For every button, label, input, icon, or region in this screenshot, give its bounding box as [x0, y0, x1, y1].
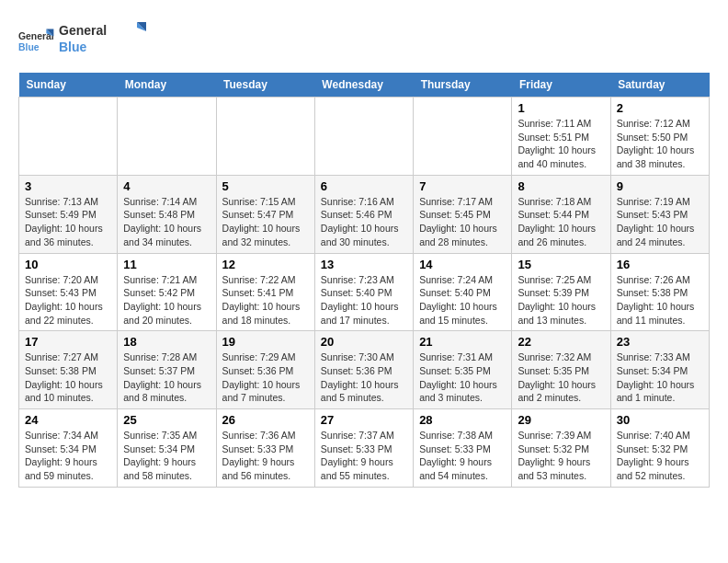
day-info: Sunrise: 7:12 AM Sunset: 5:50 PM Dayligh…	[617, 117, 703, 171]
day-number: 13	[321, 258, 407, 271]
calendar-cell: 21Sunrise: 7:31 AM Sunset: 5:35 PM Dayli…	[414, 331, 512, 409]
calendar-cell: 30Sunrise: 7:40 AM Sunset: 5:32 PM Dayli…	[610, 409, 709, 488]
day-info: Sunrise: 7:17 AM Sunset: 5:45 PM Dayligh…	[419, 195, 506, 249]
day-number: 16	[617, 258, 703, 271]
calendar-cell: 20Sunrise: 7:30 AM Sunset: 5:36 PM Dayli…	[314, 331, 413, 409]
svg-text:General: General	[59, 23, 107, 38]
day-info: Sunrise: 7:21 AM Sunset: 5:42 PM Dayligh…	[123, 273, 210, 327]
calendar-cell: 9Sunrise: 7:19 AM Sunset: 5:43 PM Daylig…	[610, 175, 709, 253]
day-info: Sunrise: 7:37 AM Sunset: 5:33 PM Dayligh…	[321, 429, 407, 483]
day-info: Sunrise: 7:31 AM Sunset: 5:35 PM Dayligh…	[419, 350, 506, 405]
col-header-thursday: Thursday	[414, 73, 512, 98]
calendar-cell: 23Sunrise: 7:33 AM Sunset: 5:34 PM Dayli…	[610, 331, 709, 409]
day-number: 11	[123, 258, 210, 271]
day-number: 22	[518, 335, 604, 349]
day-info: Sunrise: 7:36 AM Sunset: 5:33 PM Dayligh…	[222, 429, 309, 483]
day-info: Sunrise: 7:22 AM Sunset: 5:41 PM Dayligh…	[222, 273, 309, 327]
svg-text:Blue: Blue	[59, 40, 87, 54]
day-number: 5	[222, 179, 309, 193]
calendar-cell: 2Sunrise: 7:12 AM Sunset: 5:50 PM Daylig…	[610, 98, 709, 176]
day-number: 24	[25, 413, 111, 427]
day-info: Sunrise: 7:40 AM Sunset: 5:32 PM Dayligh…	[617, 429, 703, 483]
day-number: 30	[617, 413, 703, 427]
day-info: Sunrise: 7:33 AM Sunset: 5:34 PM Dayligh…	[617, 350, 703, 405]
logo: General Blue General Blue	[18, 18, 151, 63]
day-number: 8	[518, 179, 604, 193]
day-number: 23	[617, 335, 703, 349]
day-info: Sunrise: 7:34 AM Sunset: 5:34 PM Dayligh…	[25, 429, 111, 483]
calendar-cell: 19Sunrise: 7:29 AM Sunset: 5:36 PM Dayli…	[216, 331, 314, 409]
calendar-cell: 11Sunrise: 7:21 AM Sunset: 5:42 PM Dayli…	[118, 253, 216, 331]
calendar-cell: 17Sunrise: 7:27 AM Sunset: 5:38 PM Dayli…	[19, 331, 118, 409]
day-info: Sunrise: 7:28 AM Sunset: 5:37 PM Dayligh…	[123, 350, 210, 405]
day-info: Sunrise: 7:23 AM Sunset: 5:40 PM Dayligh…	[321, 273, 407, 327]
calendar-week-row: 24Sunrise: 7:34 AM Sunset: 5:34 PM Dayli…	[19, 409, 710, 488]
calendar-cell: 8Sunrise: 7:18 AM Sunset: 5:44 PM Daylig…	[512, 175, 610, 253]
day-info: Sunrise: 7:29 AM Sunset: 5:36 PM Dayligh…	[222, 350, 309, 405]
col-header-saturday: Saturday	[610, 73, 709, 98]
day-number: 25	[123, 413, 210, 427]
calendar-cell	[414, 98, 512, 176]
day-number: 20	[321, 335, 407, 349]
day-number: 1	[518, 101, 604, 115]
day-number: 19	[222, 335, 309, 349]
calendar-week-row: 3Sunrise: 7:13 AM Sunset: 5:49 PM Daylig…	[19, 175, 710, 253]
day-info: Sunrise: 7:13 AM Sunset: 5:49 PM Dayligh…	[25, 195, 111, 249]
col-header-tuesday: Tuesday	[216, 73, 314, 98]
calendar-cell	[118, 98, 216, 176]
calendar-cell	[216, 98, 314, 176]
day-number: 15	[518, 258, 604, 271]
calendar-cell: 22Sunrise: 7:32 AM Sunset: 5:35 PM Dayli…	[512, 331, 610, 409]
calendar-cell: 13Sunrise: 7:23 AM Sunset: 5:40 PM Dayli…	[314, 253, 413, 331]
day-info: Sunrise: 7:18 AM Sunset: 5:44 PM Dayligh…	[518, 195, 604, 249]
day-info: Sunrise: 7:19 AM Sunset: 5:43 PM Dayligh…	[617, 195, 703, 249]
calendar-week-row: 17Sunrise: 7:27 AM Sunset: 5:38 PM Dayli…	[19, 331, 710, 409]
calendar-cell: 15Sunrise: 7:25 AM Sunset: 5:39 PM Dayli…	[512, 253, 610, 331]
day-info: Sunrise: 7:32 AM Sunset: 5:35 PM Dayligh…	[518, 350, 604, 405]
calendar-cell: 28Sunrise: 7:38 AM Sunset: 5:33 PM Dayli…	[414, 409, 512, 488]
day-number: 9	[617, 179, 703, 193]
day-number: 2	[617, 101, 703, 115]
day-number: 14	[419, 258, 506, 271]
calendar-cell	[314, 98, 413, 176]
col-header-friday: Friday	[512, 73, 610, 98]
day-info: Sunrise: 7:11 AM Sunset: 5:51 PM Dayligh…	[518, 117, 604, 171]
day-number: 6	[321, 179, 407, 193]
calendar-cell: 12Sunrise: 7:22 AM Sunset: 5:41 PM Dayli…	[216, 253, 314, 331]
day-number: 28	[419, 413, 506, 427]
calendar-cell: 18Sunrise: 7:28 AM Sunset: 5:37 PM Dayli…	[118, 331, 216, 409]
day-number: 3	[25, 179, 111, 193]
day-info: Sunrise: 7:25 AM Sunset: 5:39 PM Dayligh…	[518, 273, 604, 327]
calendar-cell: 26Sunrise: 7:36 AM Sunset: 5:33 PM Dayli…	[216, 409, 314, 488]
day-number: 10	[25, 258, 111, 271]
day-info: Sunrise: 7:16 AM Sunset: 5:46 PM Dayligh…	[321, 195, 407, 249]
calendar-week-row: 1Sunrise: 7:11 AM Sunset: 5:51 PM Daylig…	[19, 98, 710, 176]
calendar-cell: 27Sunrise: 7:37 AM Sunset: 5:33 PM Dayli…	[314, 409, 413, 488]
calendar-cell: 29Sunrise: 7:39 AM Sunset: 5:32 PM Dayli…	[512, 409, 610, 488]
col-header-wednesday: Wednesday	[314, 73, 413, 98]
day-number: 27	[321, 413, 407, 427]
day-number: 17	[25, 335, 111, 349]
day-info: Sunrise: 7:15 AM Sunset: 5:47 PM Dayligh…	[222, 195, 309, 249]
day-info: Sunrise: 7:30 AM Sunset: 5:36 PM Dayligh…	[321, 350, 407, 405]
calendar-cell: 4Sunrise: 7:14 AM Sunset: 5:48 PM Daylig…	[118, 175, 216, 253]
col-header-sunday: Sunday	[19, 73, 118, 98]
day-number: 7	[419, 179, 506, 193]
day-number: 29	[518, 413, 604, 427]
day-number: 4	[123, 179, 210, 193]
day-number: 26	[222, 413, 309, 427]
calendar-table: SundayMondayTuesdayWednesdayThursdayFrid…	[18, 73, 710, 488]
calendar-cell: 24Sunrise: 7:34 AM Sunset: 5:34 PM Dayli…	[19, 409, 118, 488]
day-info: Sunrise: 7:14 AM Sunset: 5:48 PM Dayligh…	[123, 195, 210, 249]
logo-icon: General Blue	[18, 23, 55, 60]
day-info: Sunrise: 7:35 AM Sunset: 5:34 PM Dayligh…	[123, 429, 210, 483]
calendar-cell: 1Sunrise: 7:11 AM Sunset: 5:51 PM Daylig…	[512, 98, 610, 176]
calendar-week-row: 10Sunrise: 7:20 AM Sunset: 5:43 PM Dayli…	[19, 253, 710, 331]
calendar-cell: 6Sunrise: 7:16 AM Sunset: 5:46 PM Daylig…	[314, 175, 413, 253]
day-info: Sunrise: 7:39 AM Sunset: 5:32 PM Dayligh…	[518, 429, 604, 483]
day-info: Sunrise: 7:24 AM Sunset: 5:40 PM Dayligh…	[419, 273, 506, 327]
day-info: Sunrise: 7:38 AM Sunset: 5:33 PM Dayligh…	[419, 429, 506, 483]
col-header-monday: Monday	[118, 73, 216, 98]
calendar-cell: 25Sunrise: 7:35 AM Sunset: 5:34 PM Dayli…	[118, 409, 216, 488]
page-header: General Blue General Blue	[18, 18, 710, 63]
